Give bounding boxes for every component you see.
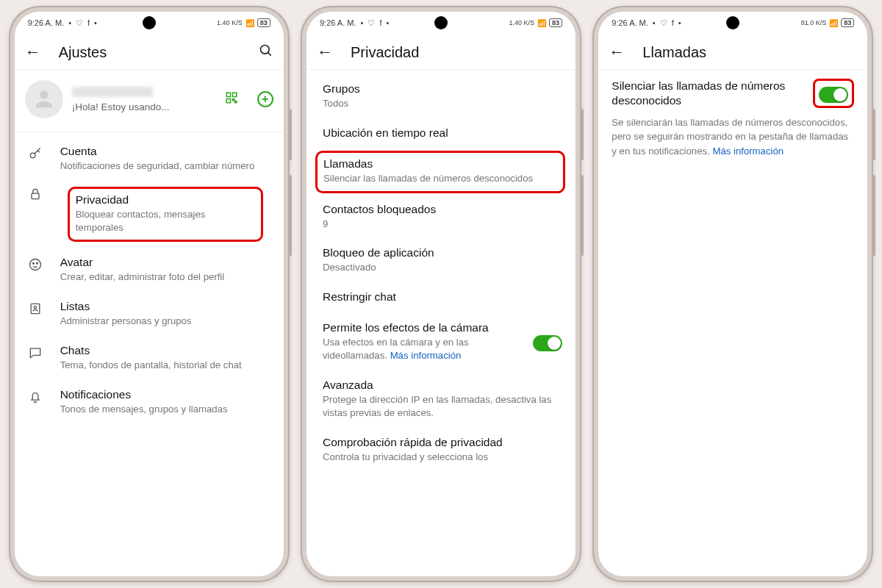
status-dot-icon: • xyxy=(678,18,681,27)
silence-unknown-row[interactable]: Silenciar las llamadas de números descon… xyxy=(612,79,854,108)
svg-rect-9 xyxy=(32,193,39,199)
calls-settings: Silenciar las llamadas de números descon… xyxy=(598,70,867,167)
svg-point-12 xyxy=(36,263,37,265)
back-icon[interactable]: ← xyxy=(317,43,333,62)
heart-icon: ♡ xyxy=(660,18,667,28)
privacy-list: Grupos Todos Ubicación en tiempo real Ll… xyxy=(306,70,576,476)
screen-privacidad: 9:26 A. M. • ♡ f • 1.40 K/S 📶 83 ← Priva… xyxy=(306,12,576,576)
page-title: Ajustes xyxy=(59,44,241,61)
item-title: Llamadas xyxy=(323,157,557,171)
item-avatar[interactable]: Avatar Crear, editar, administrar foto d… xyxy=(15,248,284,292)
settings-list: Cuenta Notificaciones de seguridad, camb… xyxy=(15,132,284,429)
more-info-link[interactable]: Más información xyxy=(390,350,462,361)
item-subtitle: Usa efectos en la cámara y en las videol… xyxy=(323,336,517,362)
item-privacy-check[interactable]: Comprobación rápida de privacidad Contro… xyxy=(306,428,576,472)
item-title: Listas xyxy=(60,300,270,313)
item-location[interactable]: Ubicación en tiempo real xyxy=(306,118,576,149)
svg-rect-7 xyxy=(234,101,236,102)
svg-rect-4 xyxy=(232,93,236,96)
signal-icon: 📶 xyxy=(245,19,254,27)
app-header: ← Privacidad xyxy=(306,34,576,69)
item-subtitle: Tema, fondos de pantalla, historial de c… xyxy=(60,359,270,372)
svg-point-2 xyxy=(40,91,48,99)
item-notifications[interactable]: Notificaciones Tonos de mensajes, grupos… xyxy=(15,380,284,424)
svg-point-0 xyxy=(260,45,269,54)
heart-icon: ♡ xyxy=(76,18,83,28)
facebook-icon: f xyxy=(87,18,90,27)
item-subtitle: Tonos de mensajes, grupos y llamadas xyxy=(60,403,270,416)
status-dot-icon: • xyxy=(653,18,656,27)
highlight-calls: Llamadas Silenciar las llamadas de númer… xyxy=(315,151,565,193)
contacts-icon xyxy=(28,300,44,319)
face-icon xyxy=(28,256,44,275)
svg-rect-5 xyxy=(226,98,230,102)
key-icon xyxy=(28,145,44,164)
item-title: Avatar xyxy=(60,256,270,269)
item-subtitle: Desactivado xyxy=(323,261,562,274)
item-privacy[interactable]: Privacidad Bloquear contactos, mensajes … xyxy=(15,181,284,248)
bell-icon xyxy=(28,388,44,407)
camera-notch xyxy=(143,16,156,29)
status-dot-icon: • xyxy=(361,18,364,27)
item-lists[interactable]: Listas Administrar personas y grupos xyxy=(15,292,284,336)
heart-icon: ♡ xyxy=(368,18,375,28)
item-restrict[interactable]: Restringir chat xyxy=(306,282,576,313)
item-account[interactable]: Cuenta Notificaciones de seguridad, camb… xyxy=(15,137,284,181)
back-icon[interactable]: ← xyxy=(25,43,41,62)
app-header: ← Ajustes xyxy=(15,34,284,69)
qr-icon[interactable] xyxy=(225,91,238,108)
page-title: Llamadas xyxy=(642,44,857,61)
item-subtitle: Silenciar las llamadas de números descon… xyxy=(323,172,557,185)
status-time: 9:26 A. M. xyxy=(28,18,65,27)
svg-rect-6 xyxy=(232,98,234,100)
phone-frame-1: 9:26 A. M. • ♡ f • 1.40 K/S 📶 83 ← Ajust… xyxy=(9,6,290,582)
item-title: Avanzada xyxy=(323,379,562,392)
search-icon[interactable] xyxy=(259,43,273,62)
chat-icon xyxy=(28,344,44,363)
item-title: Privacidad xyxy=(76,193,255,207)
camera-notch xyxy=(434,16,448,29)
item-title: Grupos xyxy=(323,82,562,96)
item-advanced[interactable]: Avanzada Protege la dirección IP en las … xyxy=(306,370,576,428)
item-applock[interactable]: Bloqueo de aplicación Desactivado xyxy=(306,238,576,282)
item-chats[interactable]: Chats Tema, fondos de pantalla, historia… xyxy=(15,336,284,380)
item-title: Contactos bloqueados xyxy=(323,203,562,216)
item-groups[interactable]: Grupos Todos xyxy=(306,74,576,118)
screen-ajustes: 9:26 A. M. • ♡ f • 1.40 K/S 📶 83 ← Ajust… xyxy=(15,12,284,576)
status-dot-icon: • xyxy=(94,18,97,27)
item-calls[interactable]: Llamadas Silenciar las llamadas de númer… xyxy=(323,157,557,185)
item-subtitle: Todos xyxy=(323,97,562,110)
status-time: 9:26 A. M. xyxy=(320,18,356,27)
profile-name-blurred xyxy=(72,87,153,97)
signal-icon: 📶 xyxy=(537,19,546,27)
status-dot-icon: • xyxy=(68,18,71,27)
item-blocked[interactable]: Contactos bloqueados 9 xyxy=(306,195,576,239)
highlight-privacy: Privacidad Bloquear contactos, mensajes … xyxy=(68,187,263,243)
item-title: Restringir chat xyxy=(323,290,562,304)
net-speed: 1.40 K/S xyxy=(217,19,243,26)
profile-row[interactable]: ¡Hola! Estoy usando... + xyxy=(15,70,284,132)
item-subtitle: Bloquear contactos, mensajes temporales xyxy=(76,208,255,234)
item-subtitle: Protege la dirección IP en las llamadas,… xyxy=(323,393,562,420)
item-subtitle: Crear, editar, administrar foto del perf… xyxy=(60,270,270,284)
facebook-icon: f xyxy=(672,18,674,27)
item-subtitle: Administrar personas y grupos xyxy=(60,315,270,328)
item-title: Cuenta xyxy=(60,145,270,158)
toggle-silence-unknown[interactable] xyxy=(819,87,848,103)
item-title: Notificaciones xyxy=(60,388,270,401)
status-bar: 9:26 A. M. • ♡ f • 81.0 K/S 📶 83 xyxy=(598,12,867,34)
net-speed: 1.40 K/S xyxy=(509,19,534,26)
page-title: Privacidad xyxy=(351,44,565,61)
more-info-link[interactable]: Más información xyxy=(712,146,784,157)
phone-frame-3: 9:26 A. M. • ♡ f • 81.0 K/S 📶 83 ← Llama… xyxy=(592,6,873,582)
signal-icon: 📶 xyxy=(829,19,838,27)
battery-icon: 83 xyxy=(841,18,854,27)
status-bar: 9:26 A. M. • ♡ f • 1.40 K/S 📶 83 xyxy=(15,12,284,34)
item-title: Permite los efectos de la cámara xyxy=(323,321,517,334)
add-icon[interactable]: + xyxy=(257,91,273,107)
item-camera-effects[interactable]: Permite los efectos de la cámara Usa efe… xyxy=(306,313,576,370)
toggle-camera-effects[interactable] xyxy=(533,335,562,351)
item-subtitle: Controla tu privacidad y selecciona los xyxy=(323,451,562,464)
back-icon[interactable]: ← xyxy=(609,43,625,62)
facebook-icon: f xyxy=(379,18,381,27)
